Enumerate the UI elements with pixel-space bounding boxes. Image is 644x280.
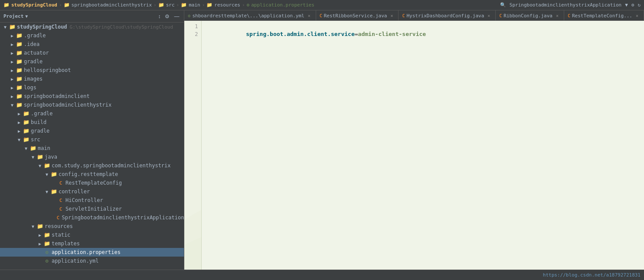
tree-item-config-resttemplate[interactable]: ▼ 📁 config.resttemplate [0,170,184,179]
tree-item-gradle1[interactable]: ▶ 📁 .gradle [0,31,184,40]
tree-item-com-study[interactable]: ▼ 📁 com.study.springbootadminclienthystr… [0,161,184,170]
breadcrumb-sep-4: › [202,2,205,8]
editor-area[interactable]: 1 2 spring.boot.admin.client.service=adm… [184,21,644,270]
build-label: build [31,119,46,125]
arrow-logs: ▶ [9,85,16,90]
springbootadminclienthystrix-folder-icon: 📁 [16,101,23,108]
tree-item-images[interactable]: ▶ 📁 images [0,75,184,83]
tree-item-SpringbootApp[interactable]: ▶ C SpringbootadminclienthystrixApplicat… [0,213,184,222]
breadcrumb-item-main[interactable]: 📁 main [181,2,200,8]
hellospringboot-folder-icon: 📁 [16,67,23,74]
folder-icon: 📁 [3,2,10,8]
tabs-bar: ⚙ shboardresttemplate\...\application.ym… [184,10,644,21]
tree-item-application-yml[interactable]: ▶ ⚙ application.yml [0,257,184,265]
tree-item-templates[interactable]: ▶ 📁 templates [0,239,184,248]
tab-RestTemplateConfig-icon: C [568,13,570,18]
tab-RibbonConfig[interactable]: C RibbonConfig.java × [496,10,564,21]
tab-RestRibbonService[interactable]: C RestRibbonService.java × [316,10,399,21]
tree-item-root[interactable]: ▼ 📁 studySpringCloud G:\studySpringCloud… [0,23,184,31]
tab-yml-close[interactable]: × [306,13,312,19]
root-label: studySpringCloud [17,24,67,30]
tree-item-idea[interactable]: ▶ 📁 .idea [0,40,184,49]
gradle-child-folder-icon: 📁 [23,110,29,117]
tree-item-gradle2[interactable]: ▶ 📁 gradle [0,57,184,66]
tab-RibbonConfig-label: RibbonConfig.java [503,13,552,19]
RestTemplateConfig-label: RestTemplateConfig [65,180,122,186]
tree-item-gradle3[interactable]: ▶ 📁 gradle [0,127,184,135]
tree-item-main[interactable]: ▼ 📁 main [0,144,184,153]
tab-HystrixDashboardConfig[interactable]: C HystrixDashboardConfig.java × [399,10,496,21]
tree-item-static[interactable]: ▶ 📁 static [0,231,184,239]
actuator-folder-icon: 📁 [16,49,23,56]
tree-item-java[interactable]: ▼ 📁 java [0,153,184,161]
code-line-1: spring.boot.admin.client.service=admin-c… [205,23,641,30]
arrow-src: ▼ [16,137,23,142]
tree-item-logs[interactable]: ▶ 📁 logs [0,83,184,92]
springbootadminclient-folder-icon: 📁 [16,93,23,100]
tree-item-springbootadminclienthystrix[interactable]: ▼ 📁 springbootadminclienthystrix [0,101,184,109]
tab-application-yml[interactable]: ⚙ shboardresttemplate\...\application.ym… [184,10,316,21]
sidebar-collapse-btn[interactable]: — [173,13,180,20]
line-numbers: 1 2 [184,21,202,270]
sidebar[interactable]: Project ▼ ↕ ⚙ — ▼ 📁 studySpringCloud G:\… [0,10,184,270]
breadcrumb-item-studyspringcloud[interactable]: 📁 studySpringCloud [3,2,57,8]
app-name-label: SpringbootadminclienthystrixApplication [510,2,621,8]
config-resttemplate-label: config.resttemplate [59,171,118,177]
templates-folder-icon: 📁 [43,240,50,247]
tree-item-ServletInitializer[interactable]: ▶ C ServletInitializer [0,205,184,213]
tab-HystrixDashboardConfig-close[interactable]: × [486,13,492,19]
arrow-idea: ▶ [9,42,16,47]
tree-item-application-properties[interactable]: ▶ ⚙ application.properties [0,248,184,257]
code-key: spring.boot.admin.client.service [246,31,354,37]
project-dropdown-icon[interactable]: ▼ [25,14,28,19]
breadcrumb-sep-2: › [154,2,157,8]
src-folder-icon: 📁 [23,136,29,143]
RestTemplateConfig-class-icon: C [57,179,64,186]
HiController-class-icon: C [57,197,64,204]
logs-label: logs [24,85,36,91]
sidebar-settings-btn[interactable]: ⚙ [163,13,171,20]
arrow-hellospringboot: ▶ [9,68,16,73]
tree-item-controller[interactable]: ▼ 📁 controller [0,187,184,196]
dropdown-icon[interactable]: ▼ [625,2,628,8]
breadcrumb-item-resources[interactable]: 📁 resources [206,2,240,8]
breadcrumb-item-hystrix[interactable]: 📁 springbootadminclienthystrix [64,2,152,8]
main-layout: Project ▼ ↕ ⚙ — ▼ 📁 studySpringCloud G:\… [0,10,644,270]
settings-icon-2[interactable]: ↻ [637,2,641,8]
tree-item-src[interactable]: ▼ 📁 src [0,135,184,144]
HiController-label: HiController [65,197,103,203]
arrow-root: ▼ [2,25,9,29]
tree-item-actuator[interactable]: ▶ 📁 actuator [0,49,184,57]
breadcrumb-item-appprops[interactable]: ⚙ application.properties [247,2,314,8]
line-num-2: 2 [184,30,201,38]
search-icon[interactable]: 🔍 [500,2,506,8]
sidebar-transfer-btn[interactable]: ↕ [157,13,162,20]
code-area[interactable]: spring.boot.admin.client.service=admin-c… [202,21,644,270]
tree-item-hellospringboot[interactable]: ▶ 📁 hellospringboot [0,66,184,75]
editor-content: 1 2 spring.boot.admin.client.service=adm… [184,21,644,270]
com-study-label: com.study.springbootadminclienthystrix [52,163,171,169]
breadcrumb-sep-1: › [59,2,62,8]
arrow-build: ▶ [16,120,23,125]
tree-item-HiController[interactable]: ▶ C HiController [0,196,184,205]
gradle3-folder-icon: 📁 [23,127,29,134]
tab-yml-label: shboardresttemplate\...\application.yml [192,13,304,19]
tab-RestTemplateConfig-close[interactable]: × [634,13,640,19]
breadcrumb-item-src[interactable]: 📁 src [158,2,175,8]
tab-RestRibbonService-close[interactable]: × [389,13,395,19]
tab-RestRibbonService-icon: C [320,13,322,18]
springbootadminclient-label: springbootadminclient [24,93,90,99]
arrow-com-study: ▼ [36,163,43,168]
arrow-templates: ▶ [36,241,43,246]
tree-item-RestTemplateConfig[interactable]: ▶ C RestTemplateConfig [0,179,184,187]
tab-RibbonConfig-close[interactable]: × [554,13,560,19]
tree-item-gradle-child[interactable]: ▶ 📁 .gradle [0,109,184,118]
templates-label: templates [52,241,80,247]
tree-item-springbootadminclient[interactable]: ▶ 📁 springbootadminclient [0,92,184,101]
tab-HystrixDashboardConfig-icon: C [402,13,405,18]
tree-item-resources[interactable]: ▼ 📁 resources [0,222,184,231]
tab-RestTemplateConfig[interactable]: C RestTemplateConfig... × [564,10,644,21]
sidebar-actions: ↕ ⚙ — [157,13,180,20]
tree-item-build[interactable]: ▶ 📁 build [0,118,184,127]
settings-icon-1[interactable]: ⚙ [631,2,634,8]
